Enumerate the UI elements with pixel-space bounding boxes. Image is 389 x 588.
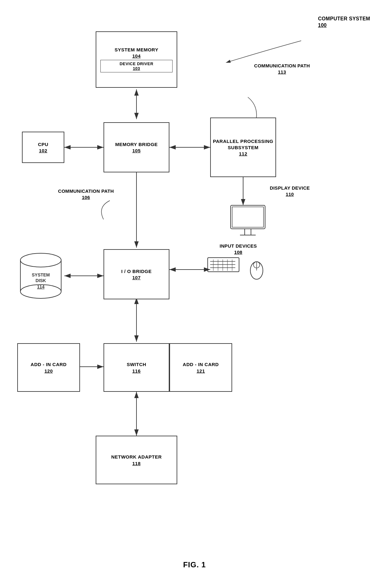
svg-text:SYSTEM: SYSTEM — [32, 272, 50, 277]
memory-bridge-box: MEMORY BRIDGE 105 — [104, 122, 169, 172]
display-device-label: DISPLAY DEVICE 110 — [270, 185, 310, 197]
svg-rect-15 — [231, 205, 265, 229]
device-driver-inner: DEVICE DRIVER 103 — [100, 60, 173, 72]
label-arrow-svg — [0, 0, 389, 63]
add-in-card-120-box: ADD - IN CARD 120 — [17, 343, 80, 392]
monitor-icon — [229, 204, 270, 238]
svg-text:DISK: DISK — [35, 278, 46, 283]
svg-point-32 — [20, 253, 61, 267]
svg-point-35 — [20, 285, 61, 298]
system-disk-icon: SYSTEM DISK 114 — [17, 251, 64, 301]
svg-text:114: 114 — [37, 284, 45, 289]
parallel-processing-box: PARALLEL PROCESSING SUBSYSTEM 112 — [210, 118, 276, 177]
computer-system-label: COMPUTER SYSTEM 100 — [318, 16, 370, 29]
diagram: COMPUTER SYSTEM 100 SYSTEM MEMORY 104 DE… — [0, 0, 389, 588]
arrows-svg — [0, 0, 389, 588]
add-in-card-121-box: ADD - IN CARD 121 — [169, 343, 232, 392]
network-adapter-box: NETWORK ADAPTER 118 — [96, 436, 177, 484]
svg-point-31 — [253, 262, 260, 268]
input-devices-label: INPUT DEVICES 108 — [220, 243, 257, 255]
svg-rect-20 — [208, 258, 239, 272]
cpu-box: CPU 102 — [22, 132, 64, 163]
switch-box: SWITCH 116 — [104, 343, 169, 392]
comm-path-113-label: COMMUNICATION PATH 113 — [254, 63, 310, 75]
mouse-icon — [248, 259, 267, 281]
system-memory-box: SYSTEM MEMORY 104 DEVICE DRIVER 103 — [96, 31, 177, 88]
svg-rect-16 — [232, 207, 264, 227]
keyboard-icon — [207, 257, 248, 274]
io-bridge-box: I / O BRIDGE 107 — [104, 249, 169, 299]
svg-point-29 — [250, 262, 263, 279]
comm-path-106-label: COMMUNICATION PATH 106 — [58, 188, 114, 200]
figure-caption: FIG. 1 — [183, 560, 206, 569]
